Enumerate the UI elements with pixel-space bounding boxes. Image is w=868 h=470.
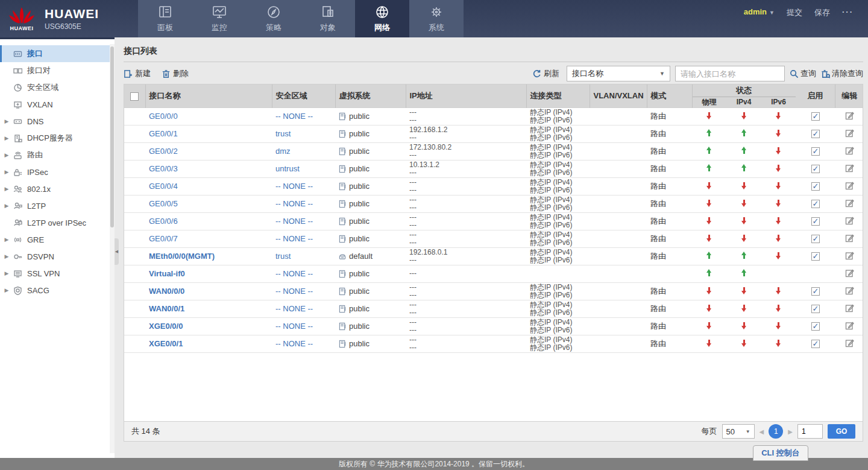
- expand-arrow-icon[interactable]: ▶: [0, 287, 13, 293]
- enable-checkbox[interactable]: [811, 130, 820, 138]
- enable-checkbox[interactable]: [811, 305, 820, 313]
- interface-name-link[interactable]: Virtual-if0: [149, 269, 185, 278]
- enable-checkbox[interactable]: [811, 235, 820, 243]
- security-zone-link[interactable]: dmz: [275, 147, 291, 156]
- sidebar-item-安全区域[interactable]: 安全区域: [0, 79, 115, 96]
- interface-name-link[interactable]: GE0/0/1: [149, 129, 178, 138]
- security-zone-link[interactable]: -- NONE --: [275, 182, 313, 191]
- refresh-button[interactable]: 刷新: [533, 68, 559, 79]
- header-vlan-vxlan[interactable]: VLAN/VXLAN: [590, 84, 647, 107]
- prev-page-button[interactable]: ◀: [760, 428, 764, 435]
- security-zone-link[interactable]: trust: [275, 252, 291, 261]
- security-zone-link[interactable]: -- NONE --: [275, 234, 313, 243]
- header-status-ipv4[interactable]: IPv4: [726, 97, 761, 107]
- header-status-physical[interactable]: 物理: [692, 97, 726, 107]
- enable-checkbox[interactable]: [811, 322, 820, 331]
- edit-icon[interactable]: [845, 164, 854, 173]
- new-button[interactable]: 新建: [124, 68, 151, 79]
- header-enable[interactable]: 启用: [796, 84, 835, 107]
- save-button[interactable]: 保存: [814, 7, 830, 18]
- enable-checkbox[interactable]: [811, 112, 820, 121]
- edit-icon[interactable]: [845, 233, 854, 243]
- search-input[interactable]: [675, 66, 785, 81]
- next-page-button[interactable]: ▶: [788, 428, 793, 435]
- per-page-select[interactable]: 50 ▼: [722, 424, 755, 439]
- enable-checkbox[interactable]: [811, 165, 820, 173]
- query-button[interactable]: 查询: [790, 68, 816, 79]
- edit-icon[interactable]: [845, 129, 854, 138]
- security-zone-link[interactable]: -- NONE --: [275, 287, 313, 296]
- interface-name-link[interactable]: GE0/0/6: [149, 217, 178, 226]
- enable-checkbox[interactable]: [811, 147, 820, 156]
- sidebar-collapse-handle[interactable]: ◀: [115, 238, 119, 265]
- nav-tab-dashboard[interactable]: 面板: [138, 0, 192, 37]
- sidebar-item-gre[interactable]: ▶GRE: [0, 231, 115, 248]
- user-menu[interactable]: admin▼: [744, 7, 775, 16]
- sidebar-item-l2tp-over-ipsec[interactable]: L2TP over IPSec: [0, 214, 115, 231]
- security-zone-link[interactable]: -- NONE --: [275, 339, 313, 348]
- expand-arrow-icon[interactable]: ▶: [0, 186, 13, 192]
- interface-name-link[interactable]: GE0/0/5: [149, 199, 178, 208]
- expand-arrow-icon[interactable]: ▶: [0, 270, 13, 276]
- edit-icon[interactable]: [845, 111, 854, 120]
- interface-name-link[interactable]: WAN0/0/1: [149, 304, 184, 313]
- interface-name-link[interactable]: MEth0/0/0(MGMT): [149, 252, 215, 261]
- nav-tab-object[interactable]: 对象: [301, 0, 355, 37]
- edit-icon[interactable]: [845, 216, 854, 225]
- edit-icon[interactable]: [845, 268, 854, 278]
- enable-checkbox[interactable]: [811, 182, 820, 191]
- header-connection-type[interactable]: 连接类型: [526, 84, 590, 107]
- expand-arrow-icon[interactable]: ▶: [0, 237, 13, 243]
- clear-query-button[interactable]: 清除查询: [821, 68, 863, 79]
- expand-arrow-icon[interactable]: ▶: [0, 253, 13, 259]
- header-virtual-system[interactable]: 虚拟系统: [335, 84, 406, 107]
- interface-name-link[interactable]: GE0/0/7: [149, 234, 178, 243]
- nav-tab-monitor[interactable]: 监控: [192, 0, 247, 37]
- sidebar-item-l2tp[interactable]: ▶L2TP: [0, 197, 115, 214]
- edit-icon[interactable]: [845, 321, 854, 330]
- enable-checkbox[interactable]: [811, 340, 820, 348]
- enable-checkbox[interactable]: [811, 287, 820, 296]
- enable-checkbox[interactable]: [811, 200, 820, 208]
- enable-checkbox[interactable]: [811, 217, 820, 226]
- goto-page-input[interactable]: [797, 424, 823, 439]
- nav-tab-system[interactable]: 系统: [409, 0, 464, 37]
- expand-arrow-icon[interactable]: ▶: [0, 135, 13, 141]
- sidebar-item-接口对[interactable]: 接口对: [0, 62, 115, 79]
- edit-icon[interactable]: [845, 286, 854, 295]
- edit-icon[interactable]: [845, 198, 854, 208]
- sidebar-scrollbar[interactable]: [110, 44, 115, 453]
- security-zone-link[interactable]: -- NONE --: [275, 269, 313, 278]
- edit-icon[interactable]: [845, 338, 854, 348]
- edit-icon[interactable]: [845, 181, 854, 190]
- header-security-zone[interactable]: 安全区域: [272, 84, 335, 107]
- go-button[interactable]: GO: [828, 424, 855, 439]
- nav-tab-network[interactable]: 网络: [355, 0, 409, 37]
- sidebar-item-ssl-vpn[interactable]: ▶SSL VPN: [0, 265, 115, 282]
- sidebar-item-接口[interactable]: 接口: [0, 45, 115, 62]
- expand-arrow-icon[interactable]: ▶: [0, 203, 13, 209]
- cli-console-button[interactable]: CLI 控制台: [753, 445, 808, 461]
- header-interface-name[interactable]: 接口名称: [145, 84, 272, 107]
- interface-name-link[interactable]: GE0/0/0: [149, 112, 178, 121]
- expand-arrow-icon[interactable]: ▶: [0, 169, 13, 175]
- interface-name-link[interactable]: GE0/0/4: [149, 182, 178, 191]
- current-page-button[interactable]: 1: [769, 424, 783, 439]
- interface-name-link[interactable]: XGE0/0/0: [149, 322, 183, 331]
- interface-name-link[interactable]: XGE0/0/1: [149, 339, 183, 348]
- submit-button[interactable]: 提交: [787, 7, 802, 18]
- security-zone-link[interactable]: untrust: [275, 164, 300, 173]
- security-zone-link[interactable]: -- NONE --: [275, 112, 313, 121]
- sidebar-item-ipsec[interactable]: ▶IPSec: [0, 164, 115, 180]
- security-zone-link[interactable]: -- NONE --: [275, 304, 313, 313]
- sidebar-item-路由[interactable]: ▶路由: [0, 147, 115, 164]
- security-zone-link[interactable]: -- NONE --: [275, 322, 313, 331]
- sidebar-scrollbar-thumb[interactable]: [110, 46, 114, 227]
- filter-field-select[interactable]: 接口名称 ▼: [567, 66, 670, 81]
- more-menu-button[interactable]: ···: [842, 7, 854, 16]
- edit-icon[interactable]: [845, 146, 854, 155]
- interface-name-link[interactable]: WAN0/0/0: [149, 287, 184, 296]
- enable-checkbox[interactable]: [811, 252, 820, 261]
- security-zone-link[interactable]: -- NONE --: [275, 199, 313, 208]
- header-mode[interactable]: 模式: [647, 84, 692, 107]
